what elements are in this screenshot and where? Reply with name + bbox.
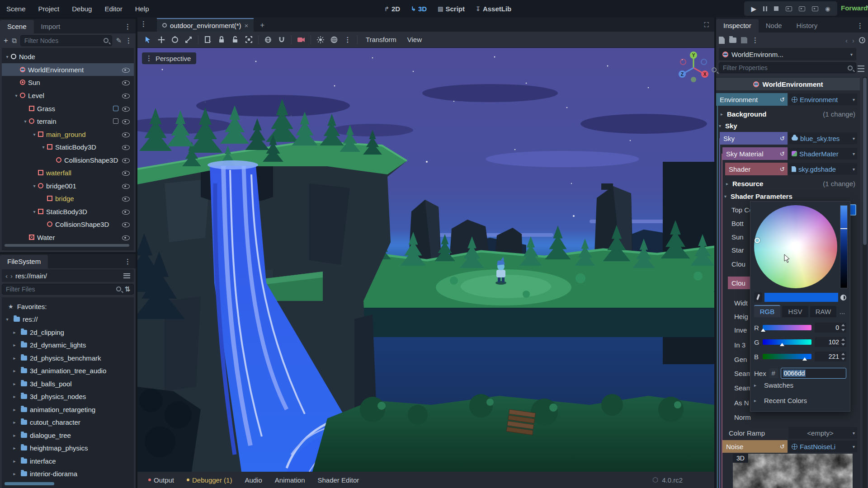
mode-3d[interactable]: ↳3D: [406, 5, 432, 13]
scale-tool-icon[interactable]: [183, 34, 194, 46]
unlock-icon[interactable]: [229, 34, 241, 46]
extra-options-icon[interactable]: ⋮: [342, 34, 354, 46]
revert-icon[interactable]: ↺: [780, 135, 785, 142]
color-ramp-picker[interactable]: <empty>▾: [788, 427, 857, 439]
tree-row-sun[interactable]: Sun: [2, 76, 134, 89]
open-docs-icon[interactable]: [712, 67, 717, 72]
folder-row[interactable]: ▸animation_retargeting: [2, 403, 134, 416]
tree-row-water[interactable]: Water: [2, 231, 134, 244]
visibility-eye-icon[interactable]: [122, 156, 129, 164]
new-scene-tab-button[interactable]: +: [254, 19, 271, 32]
visibility-eye-icon[interactable]: [122, 208, 129, 216]
more-modes-button[interactable]: ...: [838, 308, 846, 317]
eyedropper-icon[interactable]: [754, 292, 762, 302]
folder-row[interactable]: ▸2d_clipping: [2, 326, 134, 338]
color-wheel[interactable]: [754, 205, 837, 288]
visibility-eye-icon[interactable]: [122, 169, 129, 177]
tree-row-waterfall[interactable]: waterfall: [2, 166, 134, 179]
color-mode-circle-icon[interactable]: [840, 295, 846, 300]
renderer-selector[interactable]: Forward+ ▾: [841, 4, 868, 12]
green-value-spinbox[interactable]: 102: [815, 337, 846, 347]
mode-assetlib[interactable]: ↧AssetLib: [470, 5, 517, 13]
rotate-tool-icon[interactable]: [169, 34, 181, 46]
folder-row[interactable]: ▸interior-diorama: [2, 467, 134, 480]
menu-scene[interactable]: Scene: [0, 5, 32, 13]
tab-scene[interactable]: Scene: [0, 20, 34, 33]
sky-resource-picker[interactable]: blue_sky.tres▾: [788, 132, 857, 144]
revert-icon[interactable]: ↺: [780, 150, 785, 157]
movie-maker-button[interactable]: ◉: [825, 6, 830, 12]
property-normalize[interactable]: Norm: [716, 411, 860, 423]
sort-files-icon[interactable]: ⇅: [124, 285, 130, 293]
visibility-eye-icon[interactable]: [122, 195, 129, 202]
folder-row[interactable]: ▸2d_physics_benchmark: [2, 352, 134, 364]
transform-menu[interactable]: Transform: [361, 36, 401, 43]
vertical-scrollbar[interactable]: [863, 77, 867, 488]
panel-animation[interactable]: Animation: [269, 476, 311, 484]
tree-row-level[interactable]: ▾Level: [2, 89, 134, 102]
spinner-arrows-icon[interactable]: [841, 338, 845, 346]
tree-row-collisionshape2[interactable]: CollisionShape3D: [2, 218, 134, 230]
menu-help[interactable]: Help: [129, 5, 156, 13]
history-back-icon[interactable]: ‹: [5, 272, 8, 280]
tab-raw[interactable]: RAW: [810, 306, 836, 317]
property-tools-icon[interactable]: [858, 66, 864, 72]
object-history-icon[interactable]: [859, 37, 865, 43]
dock-options-icon[interactable]: ⋮: [120, 255, 136, 268]
edited-object-selector[interactable]: WorldEnvironm... ▾: [719, 48, 856, 61]
select-tool-icon[interactable]: [142, 34, 154, 46]
visibility-eye-icon[interactable]: [122, 221, 129, 228]
property-shader[interactable]: Shader↺ sky.gdshade▾: [716, 163, 860, 175]
environment-settings-icon[interactable]: [328, 34, 340, 46]
tab-list-icon[interactable]: ⋮: [137, 17, 148, 32]
scene-tree-options-icon[interactable]: ⋮: [125, 37, 132, 45]
load-resource-icon[interactable]: [729, 38, 736, 43]
tree-row-staticbody[interactable]: ▾StaticBody3D: [2, 141, 134, 153]
scene-tab-outdoor-environment[interactable]: outdoor_environment(*) ×: [157, 18, 254, 32]
panel-output[interactable]: Output: [143, 476, 179, 484]
visibility-eye-icon[interactable]: [122, 92, 129, 99]
tab-import[interactable]: Import: [34, 20, 68, 33]
visibility-eye-icon[interactable]: [122, 66, 129, 74]
favorites-row[interactable]: ★Favorites:: [2, 300, 134, 313]
dock-options-icon[interactable]: ⋮: [852, 19, 868, 33]
script-badge-icon[interactable]: [113, 106, 118, 111]
color-sample-bar[interactable]: [764, 293, 838, 302]
res-root-row[interactable]: ▾res://: [2, 313, 134, 325]
visibility-eye-icon[interactable]: [122, 79, 129, 86]
save-resource-icon[interactable]: [741, 37, 747, 43]
tab-hsv[interactable]: HSV: [782, 306, 808, 317]
history-forward-icon[interactable]: ›: [852, 37, 854, 44]
tab-history[interactable]: History: [789, 19, 825, 33]
hex-mode-button[interactable]: #: [769, 368, 778, 378]
panel-debugger[interactable]: Debugger (1): [181, 476, 237, 484]
visibility-eye-icon[interactable]: [122, 234, 129, 241]
sun-settings-icon[interactable]: [315, 34, 326, 46]
environment-resource-picker[interactable]: Environment▾: [788, 94, 857, 105]
red-value-spinbox[interactable]: 0: [815, 323, 846, 333]
resource-options-icon[interactable]: ⋮: [752, 36, 759, 44]
filter-files-input[interactable]: [2, 284, 134, 295]
horizontal-scrollbar[interactable]: [5, 244, 129, 247]
folder-row[interactable]: ▸dialogue_tree: [2, 429, 134, 441]
spinner-arrows-icon[interactable]: [841, 353, 845, 360]
section-background[interactable]: ▸Background (1 change): [716, 108, 860, 120]
blue-slider[interactable]: [763, 354, 811, 359]
preview-3d-badge[interactable]: 3D: [733, 454, 748, 463]
revert-icon[interactable]: ↺: [780, 443, 785, 450]
blue-value-spinbox[interactable]: 221: [815, 352, 846, 361]
play-button[interactable]: ▶: [751, 5, 757, 12]
folder-row[interactable]: ▸cutout_character: [2, 416, 134, 428]
camera-preview-icon[interactable]: [295, 34, 307, 46]
mode-2d[interactable]: ↱2D: [379, 5, 406, 13]
visibility-eye-icon[interactable]: [122, 143, 129, 151]
filter-nodes-input[interactable]: [20, 35, 113, 46]
scrollbar-thumb[interactable]: [863, 78, 867, 245]
menu-debug[interactable]: Debug: [66, 5, 98, 13]
folder-row[interactable]: ▸3d_animation_tree_audio: [2, 364, 134, 377]
hex-input[interactable]: 0066dd: [781, 368, 846, 379]
lock-icon[interactable]: [216, 34, 227, 46]
folder-row[interactable]: ▸2d_dynamic_lights: [2, 338, 134, 351]
tree-row-tree-trunk-small[interactable]: ▾tree_trunk_small: [2, 248, 134, 250]
history-back-icon[interactable]: ‹: [845, 37, 848, 44]
